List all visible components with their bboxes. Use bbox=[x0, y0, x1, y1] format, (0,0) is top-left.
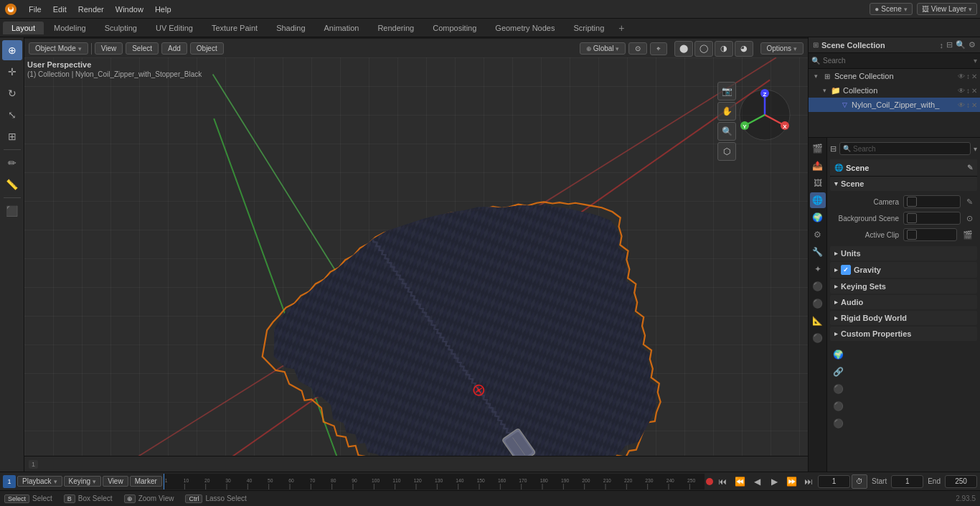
material-props-icon[interactable]: ⚫ bbox=[810, 330, 826, 346]
particle-props-icon[interactable]: ✦ bbox=[810, 261, 826, 277]
tab-texture-paint[interactable]: Texture Paint bbox=[203, 22, 266, 34]
constraint-props-icon[interactable]: ⚫ bbox=[810, 296, 826, 311]
rigid-body-header[interactable]: ▸ Rigid Body World bbox=[830, 311, 977, 325]
physics-bottom-icon[interactable]: ⚫ bbox=[830, 381, 846, 397]
play-reverse-btn[interactable]: ◀ bbox=[749, 474, 765, 489]
units-section-header[interactable]: ▸ Units bbox=[830, 246, 977, 261]
scene-select-icon[interactable]: ↕ bbox=[966, 72, 970, 80]
next-keyframe-btn[interactable]: ⏩ bbox=[783, 474, 799, 489]
outliner-filter-ops[interactable]: ▾ bbox=[974, 57, 977, 65]
tab-geometry-nodes[interactable]: Geometry Nodes bbox=[486, 22, 563, 34]
add-workspace-tab[interactable]: + bbox=[614, 21, 628, 35]
viewport-shading-material[interactable]: ◯ bbox=[694, 41, 713, 57]
gravity-checkbox[interactable]: ✓ bbox=[841, 265, 851, 275]
tab-compositing[interactable]: Compositing bbox=[424, 22, 485, 34]
props-chevron-down[interactable]: ▾ bbox=[974, 145, 977, 153]
snap-toggle[interactable]: ⌖ bbox=[650, 42, 667, 55]
tab-layout[interactable]: Layout bbox=[3, 22, 44, 34]
timeline-ruler-area[interactable]: 1 10 20 30 40 50 60 70 80 90 1 bbox=[164, 474, 705, 489]
outliner-filter-toggle[interactable]: ⊟ bbox=[946, 40, 953, 50]
object-mode-selector[interactable]: Object Mode bbox=[29, 42, 88, 55]
object-data-icon[interactable]: ⚙ bbox=[810, 227, 826, 243]
props-filter-icon[interactable]: ⊟ bbox=[830, 144, 837, 154]
scene-props-icon[interactable]: 🌐 bbox=[810, 192, 826, 208]
outliner-filter-icon[interactable]: ⊞ bbox=[813, 41, 819, 49]
measure-tool[interactable]: 📏 bbox=[2, 174, 22, 195]
menu-file[interactable]: File bbox=[23, 4, 47, 15]
add-menu[interactable]: Add bbox=[161, 42, 187, 55]
active-clip-icon[interactable]: 🎬 bbox=[963, 230, 973, 240]
options-dropdown[interactable]: Options bbox=[760, 42, 804, 55]
custom-props-header[interactable]: ▸ Custom Properties bbox=[830, 327, 977, 341]
jump-end-btn[interactable]: ⏭ bbox=[801, 474, 816, 489]
add-cube-tool[interactable]: ⬛ bbox=[2, 201, 22, 221]
end-frame-input[interactable]: 250 bbox=[945, 475, 977, 488]
camera-value[interactable] bbox=[903, 195, 961, 208]
view-menu-timeline[interactable]: View bbox=[103, 476, 128, 487]
physics-props-icon[interactable]: ⚫ bbox=[810, 278, 826, 294]
marker-menu[interactable]: Marker bbox=[130, 476, 162, 487]
timing-btn[interactable]: ⏱ bbox=[852, 474, 867, 489]
scene-subsection-header[interactable]: ▾ Scene bbox=[830, 177, 977, 191]
nav-zoom-icon[interactable]: 🔍 bbox=[717, 122, 736, 141]
background-scene-icon[interactable]: ⊙ bbox=[966, 214, 973, 223]
viewport-main[interactable]: User Perspective (1) Collection | Nylon_… bbox=[24, 57, 808, 456]
outliner-sort-icon[interactable]: ↕ bbox=[940, 41, 944, 50]
play-btn[interactable]: ▶ bbox=[766, 474, 782, 489]
object-eye-icon[interactable]: 👁 bbox=[958, 101, 965, 109]
viewport-shading-eevee[interactable]: ◕ bbox=[735, 41, 753, 57]
collection-exclude-icon[interactable]: ✕ bbox=[971, 87, 977, 95]
props-search-bar[interactable]: 🔍 Search bbox=[839, 142, 971, 155]
object-menu[interactable]: Object bbox=[190, 42, 224, 55]
select-menu[interactable]: Select bbox=[126, 42, 159, 55]
collection-eye-icon[interactable]: 👁 bbox=[958, 87, 965, 95]
nav-camera-icon[interactable]: 📷 bbox=[717, 82, 736, 100]
outliner-search-input[interactable] bbox=[823, 57, 971, 65]
scene-eye-icon[interactable]: 👁 bbox=[958, 72, 965, 80]
blender-logo[interactable] bbox=[3, 1, 19, 17]
frame-indicator[interactable]: 1 bbox=[29, 460, 38, 469]
move-tool[interactable]: ✛ bbox=[2, 62, 22, 82]
tab-scripting[interactable]: Scripting bbox=[565, 22, 613, 34]
constraint-bottom-icon[interactable]: 🔗 bbox=[830, 364, 846, 380]
outliner-search-icon[interactable]: 🔍 bbox=[956, 40, 966, 50]
world-bottom-icon[interactable]: 🌍 bbox=[830, 347, 846, 362]
outliner-object[interactable]: ▸ ▽ Nylon_Coil_Zipper_with_ 👁 ↕ ✕ bbox=[809, 98, 980, 112]
outliner-scene-collection[interactable]: ▾ ⊞ Scene Collection 👁 ↕ ✕ bbox=[809, 69, 980, 83]
annotate-tool[interactable]: ✏ bbox=[2, 153, 22, 173]
transform-orientation[interactable]: ⊕ Global bbox=[580, 42, 626, 55]
modifier-props-icon[interactable]: 🔧 bbox=[810, 244, 826, 260]
active-clip-value[interactable] bbox=[903, 228, 957, 241]
record-button[interactable] bbox=[706, 478, 713, 485]
gravity-section-header[interactable]: ▸ ✓ Gravity bbox=[830, 262, 977, 278]
transform-tool[interactable]: ⊞ bbox=[2, 126, 22, 146]
current-frame-input[interactable]: 1 bbox=[818, 475, 850, 488]
object-select-icon[interactable]: ↕ bbox=[966, 101, 970, 109]
tab-modeling[interactable]: Modeling bbox=[45, 22, 95, 34]
outliner-settings-icon[interactable]: ⚙ bbox=[969, 40, 976, 50]
camera-edit-btn[interactable]: ✎ bbox=[966, 197, 973, 207]
scene-edit-icon[interactable]: ✎ bbox=[967, 164, 973, 172]
pivot-center[interactable]: ⊙ bbox=[628, 42, 647, 55]
jump-start-btn[interactable]: ⏮ bbox=[715, 474, 730, 489]
start-frame-input[interactable]: 1 bbox=[891, 475, 923, 488]
tab-shading[interactable]: Shading bbox=[268, 22, 314, 34]
menu-edit[interactable]: Edit bbox=[47, 4, 72, 15]
view-menu[interactable]: View bbox=[95, 42, 123, 55]
output-props-icon[interactable]: 📤 bbox=[810, 158, 826, 174]
prev-keyframe-btn[interactable]: ⏪ bbox=[732, 474, 748, 489]
render-props-icon[interactable]: 🎬 bbox=[810, 141, 826, 156]
scene-section-header[interactable]: 🌐 Scene ✎ bbox=[830, 159, 977, 177]
nav-material-icon[interactable]: ⬡ bbox=[717, 142, 736, 161]
timeline-mode-icon[interactable]: 1 bbox=[3, 475, 16, 488]
menu-window[interactable]: Window bbox=[110, 4, 149, 15]
tab-animation[interactable]: Animation bbox=[316, 22, 368, 34]
background-scene-value[interactable] bbox=[903, 212, 961, 225]
viewport-gizmo[interactable]: Z X Y bbox=[736, 86, 793, 144]
viewport-shading-solid[interactable]: ⬤ bbox=[674, 41, 693, 57]
tab-rendering[interactable]: Rendering bbox=[369, 22, 423, 34]
world-props-icon[interactable]: 🌍 bbox=[810, 210, 826, 225]
data-props-icon[interactable]: 📐 bbox=[810, 313, 826, 329]
nav-hand-icon[interactable]: ✋ bbox=[717, 102, 736, 121]
outliner-collection[interactable]: ▾ 📁 Collection 👁 ↕ ✕ bbox=[809, 83, 980, 98]
